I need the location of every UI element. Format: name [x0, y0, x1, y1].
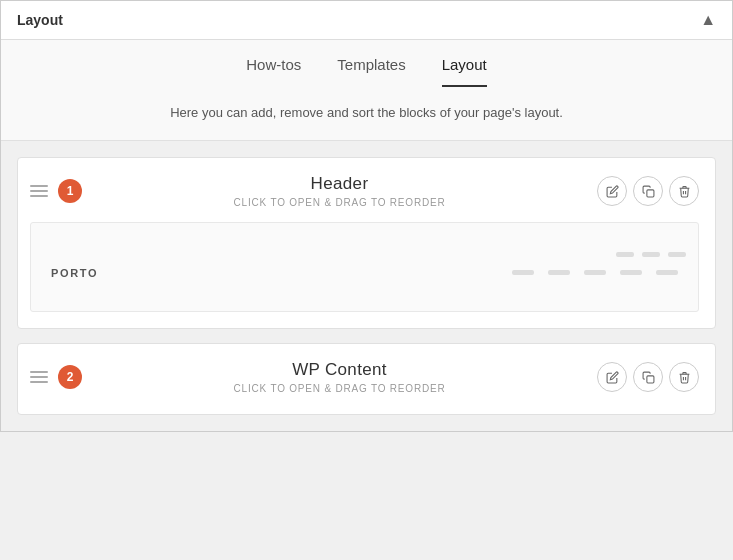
tab-area: How-tos Templates Layout Here you can ad…	[1, 40, 732, 141]
preview-menu-item-1	[512, 270, 534, 275]
block-center-1: Header CLICK TO OPEN & DRAG TO REORDER	[82, 174, 597, 208]
content-area: 1 Header CLICK TO OPEN & DRAG TO REORDER	[1, 141, 732, 431]
block-left-2: 2	[30, 365, 82, 389]
block-header-row: 1 Header CLICK TO OPEN & DRAG TO REORDER	[30, 174, 699, 208]
tab-description: Here you can add, remove and sort the bl…	[1, 87, 732, 140]
edit-button-2[interactable]	[597, 362, 627, 392]
delete-button-2[interactable]	[669, 362, 699, 392]
block-subtitle-2: CLICK TO OPEN & DRAG TO REORDER	[82, 383, 597, 394]
block-subtitle-1: CLICK TO OPEN & DRAG TO REORDER	[82, 197, 597, 208]
tab-templates[interactable]: Templates	[337, 56, 405, 87]
block-title-2: WP Content	[82, 360, 597, 380]
tabs: How-tos Templates Layout	[246, 56, 486, 87]
preview-topbar	[43, 252, 686, 257]
block-left: 1	[30, 179, 82, 203]
preview-dot-1	[616, 252, 634, 257]
header-preview-inner: PORTO	[31, 244, 698, 291]
preview-menu	[512, 270, 678, 275]
preview-menu-item-4	[620, 270, 642, 275]
delete-button-1[interactable]	[669, 176, 699, 206]
edit-button-1[interactable]	[597, 176, 627, 206]
block-badge-1: 1	[58, 179, 82, 203]
block-actions-2	[597, 362, 699, 392]
window-title: Layout	[17, 12, 63, 28]
block-wp-content: 2 WP Content CLICK TO OPEN & DRAG TO REO…	[17, 343, 716, 415]
collapse-icon[interactable]: ▲	[700, 11, 716, 29]
block-center-2: WP Content CLICK TO OPEN & DRAG TO REORD…	[82, 360, 597, 394]
svg-rect-1	[646, 375, 653, 382]
preview-nav: PORTO	[43, 263, 686, 283]
main-window: Layout ▲ How-tos Templates Layout Here y…	[0, 0, 733, 432]
titlebar: Layout ▲	[1, 1, 732, 40]
preview-menu-item-5	[656, 270, 678, 275]
tab-how-tos[interactable]: How-tos	[246, 56, 301, 87]
preview-menu-item-2	[548, 270, 570, 275]
drag-handle-2[interactable]	[30, 371, 48, 383]
block-title-1: Header	[82, 174, 597, 194]
copy-button-1[interactable]	[633, 176, 663, 206]
block-actions-1	[597, 176, 699, 206]
svg-rect-0	[646, 189, 653, 196]
block-badge-2: 2	[58, 365, 82, 389]
preview-dot-3	[668, 252, 686, 257]
tab-layout[interactable]: Layout	[442, 56, 487, 87]
preview-menu-item-3	[584, 270, 606, 275]
copy-button-2[interactable]	[633, 362, 663, 392]
block-header-row-2: 2 WP Content CLICK TO OPEN & DRAG TO REO…	[30, 360, 699, 394]
header-preview: PORTO	[30, 222, 699, 312]
preview-logo: PORTO	[51, 267, 98, 279]
drag-handle-1[interactable]	[30, 185, 48, 197]
preview-dot-2	[642, 252, 660, 257]
block-header: 1 Header CLICK TO OPEN & DRAG TO REORDER	[17, 157, 716, 329]
